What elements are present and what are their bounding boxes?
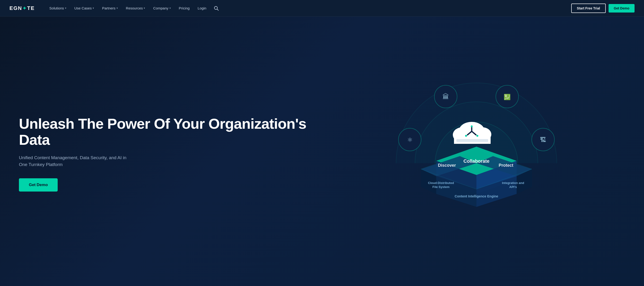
svg-point-24 [476, 135, 478, 137]
chevron-down-icon: ▾ [93, 6, 94, 10]
logo-text: EGN✦TE [10, 5, 35, 11]
svg-text:Cloud-Distributed: Cloud-Distributed [428, 181, 454, 185]
svg-text:Content Intelligence Engine: Content Intelligence Engine [454, 194, 498, 198]
nav-use-cases-label: Use Cases [74, 6, 92, 10]
svg-line-1 [217, 9, 218, 10]
navigation: EGN✦TE Solutions ▾ Use Cases ▾ Partners … [0, 0, 644, 16]
hero-title: Unleash The Power Of Your Organization's… [19, 116, 318, 148]
logo-icon: ✦ [22, 6, 27, 11]
search-button[interactable] [212, 4, 220, 12]
svg-text:Collaborate: Collaborate [464, 158, 490, 164]
chevron-down-icon: ▾ [170, 6, 171, 10]
svg-text:💹: 💹 [504, 93, 511, 100]
svg-text:Discover: Discover [438, 163, 456, 168]
hero-illustration: 🏛 💹 ⚛ 🏗 [299, 16, 644, 286]
platform-svg: 🏛 💹 ⚛ 🏗 [384, 69, 568, 234]
nav-partners[interactable]: Partners ▾ [99, 4, 121, 12]
chevron-down-icon: ▾ [65, 6, 66, 10]
svg-text:Integration and: Integration and [502, 181, 524, 185]
nav-use-cases[interactable]: Use Cases ▾ [71, 4, 97, 12]
nav-resources-label: Resources [126, 6, 143, 10]
svg-text:File System: File System [432, 185, 449, 189]
nav-solutions-label: Solutions [50, 6, 64, 10]
platform-diagram: 🏛 💹 ⚛ 🏗 [384, 69, 568, 234]
svg-text:🏗: 🏗 [540, 136, 546, 143]
hero-content: Unleash The Power Of Your Organization's… [19, 116, 327, 192]
get-demo-nav-button[interactable]: Get Demo [608, 4, 634, 12]
nav-login[interactable]: Login [194, 4, 210, 12]
svg-point-23 [465, 135, 467, 137]
nav-resources[interactable]: Resources ▾ [123, 4, 149, 12]
svg-text:Protect: Protect [499, 163, 513, 168]
svg-rect-18 [456, 139, 488, 142]
nav-company-label: Company [153, 6, 168, 10]
hero-subtitle: Unified Content Management, Data Securit… [19, 154, 128, 168]
chevron-down-icon: ▾ [144, 6, 145, 10]
nav-partners-label: Partners [102, 6, 116, 10]
svg-point-22 [471, 125, 473, 127]
nav-actions: Start Free Trial Get Demo [571, 3, 634, 13]
get-demo-hero-button[interactable]: Get Demo [19, 178, 58, 192]
nav-pricing[interactable]: Pricing [176, 4, 193, 12]
search-icon [214, 6, 218, 11]
chevron-down-icon: ▾ [116, 6, 118, 10]
svg-text:⚛: ⚛ [407, 136, 412, 143]
nav-solutions[interactable]: Solutions ▾ [46, 4, 70, 12]
nav-company[interactable]: Company ▾ [150, 4, 174, 12]
svg-text:🏛: 🏛 [442, 93, 449, 100]
start-free-trial-button[interactable]: Start Free Trial [571, 3, 606, 13]
hero-section: Unleash The Power Of Your Organization's… [0, 16, 644, 286]
nav-links: Solutions ▾ Use Cases ▾ Partners ▾ Resou… [46, 4, 568, 12]
svg-text:API's: API's [509, 185, 517, 189]
logo[interactable]: EGN✦TE [10, 5, 35, 11]
